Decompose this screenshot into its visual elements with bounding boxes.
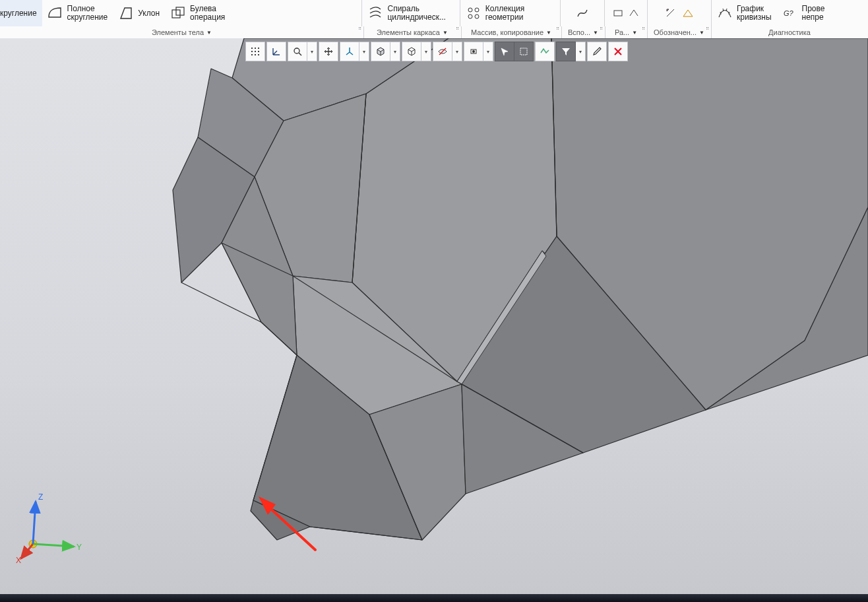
ribbon-small-2[interactable] (626, 5, 642, 21)
ribbon-group-frame: Спиральцилиндрическ... (362, 0, 460, 26)
fullround-icon (47, 5, 63, 21)
viewport-3d[interactable]: ▾ ▾ ▾ ▾ ▾ ▾ ▾ (0, 38, 868, 594)
mb-filter-icon[interactable] (556, 42, 576, 61)
mb-close-icon[interactable] (608, 42, 628, 61)
ribbon-item-boolean[interactable]: Булеваоперация (165, 0, 230, 26)
mb-zoom-dd[interactable]: ▾ (307, 42, 317, 61)
title-annot[interactable]: Обозначен...▼⠿ (647, 26, 712, 38)
title-array[interactable]: Массив, копирование▼⠿ (461, 26, 562, 38)
mb-ucs-icon[interactable] (266, 42, 286, 61)
ribbon-item-fullround[interactable]: Полноескругление (42, 0, 113, 26)
mb-hide-icon[interactable] (433, 42, 452, 61)
mb-select-icon[interactable] (514, 42, 534, 61)
svg-point-43 (258, 54, 259, 55)
ribbon-group-diag: Графиккривизны G? Провенепре (712, 0, 868, 26)
draft-icon (118, 5, 134, 21)
title-dim[interactable]: Ра...▼⠿ (605, 26, 648, 38)
mb-pan-icon[interactable] (319, 42, 338, 61)
ribbon-item-fillet[interactable]: кругление (0, 0, 42, 26)
ribbon-label: Коллекциягеометрии (485, 5, 524, 22)
axis-y-label: Y (77, 543, 82, 552)
svg-point-39 (255, 51, 256, 52)
mb-filter-dd[interactable]: ▾ (576, 42, 586, 61)
svg-line-52 (33, 544, 74, 547)
os-taskbar[interactable] (0, 594, 868, 602)
ribbon: кругление Полноескругление Уклон Булевао… (0, 0, 868, 27)
svg-point-40 (258, 51, 259, 52)
svg-point-48 (472, 50, 475, 53)
boolean-icon (170, 5, 186, 21)
mb-eyedrop-icon[interactable] (587, 42, 607, 61)
ribbon-item-geomcollection[interactable]: Коллекциягеометрии (460, 0, 530, 26)
svg-point-41 (251, 54, 253, 55)
svg-text:G?: G? (784, 9, 794, 17)
mb-zoom-icon[interactable] (288, 42, 307, 61)
svg-rect-49 (520, 48, 527, 55)
axis-x-label: X (16, 556, 21, 565)
svg-point-44 (294, 48, 299, 53)
curvature-icon (717, 5, 733, 21)
ribbon-label: Провенепре (802, 5, 825, 22)
mb-orient-icon[interactable] (340, 42, 359, 61)
svg-point-2 (468, 8, 472, 12)
svg-point-38 (251, 51, 253, 52)
mb-persp-dd[interactable]: ▾ (483, 42, 493, 61)
mb-hide-dd[interactable]: ▾ (452, 42, 462, 61)
title-frame[interactable]: Элементы каркаса▼⠿ (363, 26, 462, 38)
mb-cube-dd[interactable]: ▾ (390, 42, 400, 61)
ribbon-group-array: Коллекциягеометрии (460, 0, 561, 26)
title-body[interactable]: Элементы тела▼⠿ (0, 26, 364, 38)
ribbon-group-annot (648, 0, 712, 26)
mb-persp-icon[interactable] (464, 42, 483, 61)
model-svg (0, 38, 868, 594)
ribbon-label: Булеваоперация (190, 5, 225, 22)
collection-icon (466, 5, 481, 21)
svg-point-5 (475, 15, 479, 18)
mb-region-icon[interactable] (535, 42, 555, 61)
svg-point-3 (475, 8, 479, 12)
ribbon-label: Графиккривизны (737, 5, 771, 22)
svg-line-53 (33, 502, 36, 544)
mb-wire-dd[interactable]: ▾ (421, 42, 431, 61)
ribbon-group-body: кругление Полноескругление Уклон Булевао… (0, 0, 362, 26)
axis-z-label: Z (38, 492, 43, 502)
svg-point-42 (255, 54, 256, 55)
spiral-icon (367, 5, 383, 21)
ribbon-label: Спиральцилиндрическ... (387, 5, 445, 22)
ribbon-titles: Элементы тела▼⠿ Элементы каркаса▼⠿ Масси… (0, 26, 868, 39)
check-icon: G? (782, 5, 798, 21)
title-aux[interactable]: Вспо...▼⠿ (561, 26, 605, 38)
ribbon-item-curvature-graph[interactable]: Графиккривизны (712, 0, 776, 26)
coordinate-triad[interactable]: X Y Z (8, 490, 87, 569)
ribbon-small-3[interactable] (663, 5, 679, 21)
ribbon-small-4[interactable] (680, 5, 696, 21)
mb-grid-icon[interactable] (245, 42, 265, 61)
ribbon-group-aux (561, 0, 605, 26)
svg-point-36 (255, 48, 256, 49)
ribbon-label: кругление (0, 9, 37, 18)
mb-pick-icon[interactable] (495, 42, 514, 61)
title-diag: Диагностика (711, 26, 868, 38)
view-mini-toolbar: ▾ ▾ ▾ ▾ ▾ ▾ ▾ (245, 42, 628, 61)
svg-point-37 (258, 48, 259, 49)
ribbon-item-curve[interactable] (574, 5, 590, 21)
ribbon-item-draft[interactable]: Уклон (113, 0, 165, 26)
svg-line-45 (299, 53, 301, 55)
svg-line-51 (21, 544, 33, 558)
svg-point-35 (251, 48, 253, 49)
ribbon-label: Уклон (138, 9, 160, 18)
ribbon-label: Полноескругление (67, 5, 108, 22)
ribbon-group-dim (605, 0, 648, 26)
mb-cube-icon[interactable] (371, 42, 390, 61)
ribbon-item-spiral[interactable]: Спиральцилиндрическ... (362, 0, 450, 26)
svg-rect-6 (614, 11, 622, 16)
mb-orient-dd[interactable]: ▾ (359, 42, 369, 61)
ribbon-item-check[interactable]: G? Провенепре (777, 0, 830, 26)
mb-wire-icon[interactable] (402, 42, 421, 61)
ribbon-small-1[interactable] (610, 5, 626, 21)
svg-point-4 (468, 15, 472, 18)
